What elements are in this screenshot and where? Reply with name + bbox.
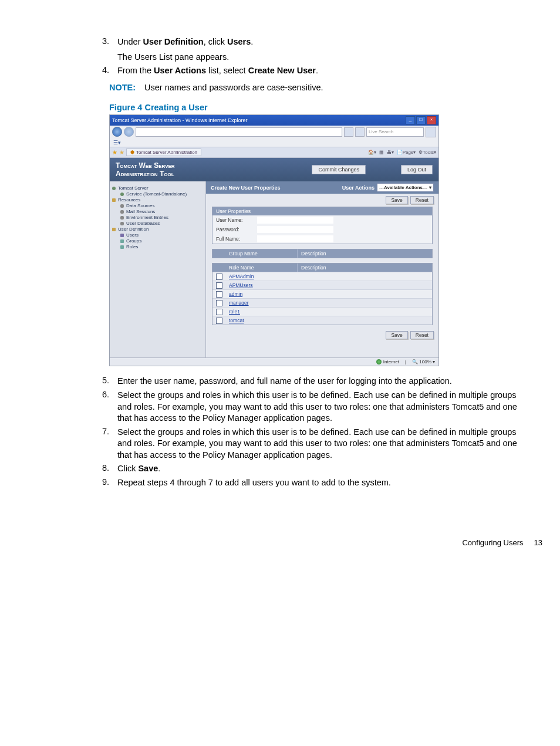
step-text: Enter the user name, password, and full …: [117, 376, 525, 387]
maximize-icon[interactable]: □: [416, 116, 426, 124]
username-input[interactable]: [257, 217, 333, 224]
panel-title: Create New User Properties: [211, 185, 281, 191]
add-favorite-icon[interactable]: ★: [119, 149, 124, 156]
role-link[interactable]: manager: [225, 299, 297, 307]
role-link[interactable]: tomcat: [225, 316, 297, 325]
groups-table: Group Name Description: [212, 249, 433, 258]
table-row: role1: [212, 307, 432, 316]
page-menu[interactable]: 📄Page▾: [397, 150, 416, 155]
role-link[interactable]: APMAdmin: [225, 272, 297, 281]
print-icon[interactable]: 🖶▾: [387, 150, 394, 155]
role-desc-header: Description: [298, 264, 432, 272]
save-button[interactable]: Save: [386, 331, 407, 339]
home-icon[interactable]: 🏠▾: [368, 150, 376, 155]
table-row: APMUsers: [212, 281, 432, 289]
role-link[interactable]: role1: [225, 308, 297, 316]
minimize-icon[interactable]: _: [406, 116, 415, 124]
user-properties-header: User Properties: [212, 207, 432, 215]
tree-node[interactable]: Groups: [112, 238, 203, 244]
close-icon[interactable]: ×: [427, 116, 436, 124]
group-name-header: Group Name: [225, 249, 298, 258]
zoom-level[interactable]: 🔍 100% ▾: [412, 359, 435, 364]
tree-node[interactable]: Roles: [112, 244, 203, 249]
page-number: 13: [534, 538, 542, 547]
step-number: 4.: [88, 65, 117, 77]
search-input[interactable]: Live Search: [366, 127, 424, 137]
role-checkbox[interactable]: [216, 300, 222, 306]
stop-icon[interactable]: [355, 127, 365, 137]
password-input[interactable]: [257, 226, 333, 233]
favorites-icon[interactable]: ★: [112, 149, 117, 156]
note-label: NOTE:: [109, 83, 144, 92]
window-title: Tomcat Server Administration - Windows I…: [112, 117, 248, 123]
app-title: Tomcat Web Server Administration Tool: [116, 161, 175, 178]
browser-tab[interactable]: ⬢ Tomcat Server Administration: [126, 148, 201, 156]
role-link[interactable]: APMUsers: [225, 281, 297, 289]
role-checkbox[interactable]: [216, 318, 222, 324]
forward-icon[interactable]: [124, 127, 134, 137]
user-actions-select[interactable]: ---Available Actions---▾: [377, 183, 434, 192]
commit-button[interactable]: Commit Changes: [312, 165, 366, 174]
role-checkbox[interactable]: [216, 291, 222, 298]
back-icon[interactable]: [112, 127, 122, 137]
zone-icon: [376, 359, 382, 364]
tree-node[interactable]: Resources: [112, 197, 203, 202]
table-row: APMAdmin: [212, 272, 432, 281]
role-checkbox[interactable]: [216, 282, 222, 289]
status-zone: Internet: [383, 359, 399, 364]
figure-screenshot: Tomcat Server Administration - Windows I…: [109, 114, 439, 367]
save-button[interactable]: Save: [386, 196, 407, 204]
fullname-label: Full Name:: [216, 236, 257, 242]
tree-node[interactable]: Data Sources: [112, 203, 203, 208]
user-actions-label: User Actions: [342, 185, 375, 191]
note-text: User names and passwords are case-sensit…: [144, 83, 323, 92]
step-text: Click Save.: [117, 463, 525, 475]
tree-node[interactable]: User Databases: [112, 221, 203, 226]
links-icon[interactable]: ☰▾: [113, 140, 121, 146]
step-text: Repeat steps 4 through 7 to add all user…: [117, 477, 525, 489]
refresh-icon[interactable]: [344, 127, 353, 137]
step-number: 8.: [88, 463, 117, 475]
search-go-icon[interactable]: [426, 127, 436, 137]
tree-node[interactable]: User Definition: [112, 227, 203, 232]
figure-caption: Figure 4 Creating a User: [35, 103, 525, 112]
role-name-header: Role Name: [225, 264, 298, 272]
step-text: From the User Actions list, select Creat…: [117, 65, 525, 77]
feeds-icon[interactable]: ▦: [379, 150, 384, 155]
step-number: 9.: [88, 477, 117, 489]
step-text: Under User Definition, click Users.The U…: [117, 36, 525, 63]
tree-node[interactable]: Tomcat Server: [112, 185, 203, 191]
role-checkbox[interactable]: [216, 309, 222, 315]
footer-section: Configuring Users: [462, 538, 523, 547]
roles-table: Role Name Description APMAdminAPMUsersad…: [212, 263, 433, 325]
reset-button[interactable]: Reset: [410, 331, 434, 339]
step-number: 7.: [88, 427, 117, 461]
password-label: Password:: [216, 227, 257, 232]
step-number: 5.: [88, 376, 117, 387]
role-checkbox[interactable]: [216, 274, 222, 280]
role-link[interactable]: admin: [225, 290, 297, 298]
group-desc-header: Description: [298, 249, 432, 258]
fullname-input[interactable]: [257, 235, 333, 242]
tree-node[interactable]: Service (Tomcat-Standalone): [112, 191, 203, 197]
reset-button[interactable]: Reset: [410, 196, 434, 204]
table-row: manager: [212, 298, 432, 307]
step-text: Select the groups and roles in which thi…: [117, 427, 525, 461]
table-row: tomcat: [212, 316, 432, 325]
table-row: admin: [212, 289, 432, 298]
username-label: User Name:: [216, 217, 257, 223]
tree-node[interactable]: Mail Sessions: [112, 209, 203, 214]
step-number: 6.: [88, 390, 117, 424]
tools-menu[interactable]: ⚙Tools▾: [419, 150, 436, 155]
address-input[interactable]: [136, 127, 342, 137]
step-text: Select the groups and roles in which thi…: [117, 390, 525, 424]
nav-tree: Tomcat ServerService (Tomcat-Standalone)…: [110, 181, 206, 357]
tree-node[interactable]: Environment Entries: [112, 215, 203, 220]
tree-node[interactable]: Users: [112, 232, 203, 238]
logout-button[interactable]: Log Out: [401, 165, 433, 174]
step-number: 3.: [88, 36, 117, 63]
